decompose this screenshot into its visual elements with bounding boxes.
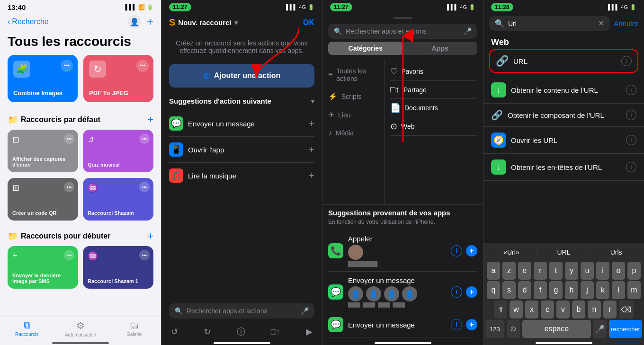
kb-sug-Urls[interactable]: Urls (590, 247, 642, 258)
tab-automatisation[interactable]: ⚙ Automatisation (54, 320, 107, 337)
suggestions-chevron-icon[interactable]: ▾ (311, 97, 314, 105)
kb-y[interactable]: y (565, 262, 578, 280)
kb-q[interactable]: q (487, 281, 500, 299)
kb-c[interactable]: c (541, 301, 554, 318)
shortcut-pdf-jpeg[interactable]: ↻ ••• PDF To JPEG (83, 55, 153, 102)
nav-toutes-actions[interactable]: ≡ Toutes les actions (322, 62, 384, 87)
kb-mic[interactable]: 🎤 (593, 320, 607, 338)
kb-x[interactable]: x (525, 301, 538, 318)
shazam1-menu[interactable]: ••• (139, 250, 150, 260)
result-url-highlighted[interactable]: 🔗 URL i (489, 49, 638, 73)
kb-u[interactable]: u (581, 262, 594, 280)
kb-o[interactable]: o (612, 262, 625, 280)
kb-k[interactable]: k (596, 281, 609, 299)
play-icon-p2[interactable]: ▶ (306, 327, 313, 337)
back-button-1[interactable]: ‹ Recherche (8, 18, 49, 26)
p3-search-bar[interactable]: 🔍 Rechercher apps et actions 🎤 (328, 24, 477, 39)
pdf-jpeg-menu[interactable]: ••• (136, 60, 149, 72)
shortcut-qr[interactable]: ⊞ ••• Créer un code QR (8, 178, 78, 221)
kb-s[interactable]: s (502, 281, 516, 299)
sms-menu[interactable]: ••• (64, 250, 74, 260)
get-content-info[interactable]: i (626, 85, 636, 95)
kb-b[interactable]: b (572, 301, 585, 318)
cat-documents[interactable]: 📄 Documents (390, 99, 477, 117)
kb-sug-URL[interactable]: URL (537, 247, 590, 258)
shortcut-shazam1[interactable]: ♒ ••• Raccourci Shazam 1 (83, 246, 153, 289)
kb-d[interactable]: d (518, 281, 531, 299)
shazam-menu[interactable]: ••• (139, 182, 150, 192)
p4-search-bar-inner[interactable]: 🔍 Url ✕ (489, 16, 610, 31)
result-get-component[interactable]: 🔗 Obtenir le composant de l'URL i (483, 104, 644, 127)
kb-f[interactable]: f (534, 281, 547, 299)
info-icon-p2[interactable]: ⓘ (237, 326, 245, 337)
kb-l[interactable]: l (612, 281, 625, 299)
kb-space[interactable]: espace (522, 320, 591, 338)
suggestion-musique[interactable]: 🎵 Lire la musique + (169, 163, 314, 188)
kb-delete[interactable]: ⌫ (619, 301, 634, 318)
kb-t[interactable]: t (549, 262, 563, 280)
kb-e[interactable]: e (518, 262, 531, 280)
kb-shift[interactable]: ⇧ (494, 301, 507, 318)
add-section-button-2[interactable]: + (147, 230, 153, 242)
suggestion-envoyer[interactable]: 💬 Envoyer un message + (169, 111, 314, 137)
cat-partage[interactable]: □↑ Partage (390, 81, 477, 99)
kb-m[interactable]: m (627, 281, 641, 299)
sug-appeler[interactable]: 📞 Appeler ████████ i + (328, 230, 477, 272)
add-shortcut-button[interactable]: + (147, 16, 153, 27)
sug-plus-btn-0[interactable]: + (466, 245, 477, 257)
get-component-info[interactable]: i (626, 110, 636, 120)
profile-icon[interactable]: 👤 (128, 15, 141, 28)
kb-j[interactable]: j (581, 281, 594, 299)
combine-images-menu[interactable]: ••• (61, 60, 73, 72)
cancel-button-4[interactable]: Annuler (614, 19, 638, 27)
cat-favoris[interactable]: ♡ Favoris (390, 62, 477, 81)
kb-a[interactable]: a (487, 262, 500, 280)
sug-whatsapp[interactable]: 💬 Envoyer un message 👤 👤 👤 👤 ███████████… (328, 272, 477, 312)
kb-g[interactable]: g (549, 281, 563, 299)
mic-icon-3[interactable]: 🎤 (464, 27, 472, 35)
kb-v[interactable]: v (556, 301, 570, 318)
result-get-headers[interactable]: ↓ Obtenir les en-têtes de l'URL i (483, 154, 644, 181)
kb-i[interactable]: i (596, 262, 609, 280)
shortcut-sms[interactable]: + ••• Envoyer la dernière image par SMS (8, 246, 78, 289)
cat-web[interactable]: ⊙ Web (390, 117, 477, 136)
kb-p[interactable]: p (627, 262, 641, 280)
suggestion-plus-2[interactable]: + (309, 170, 314, 181)
mic-icon-2[interactable]: 🎤 (301, 307, 309, 315)
sug-info-btn-2[interactable]: i (451, 319, 462, 330)
ok-button[interactable]: OK (303, 18, 314, 27)
shortcut-captures[interactable]: ⊡ ••• Afficher des captures d'écran (8, 130, 78, 172)
kb-search[interactable]: rechercher (609, 320, 642, 338)
kb-r[interactable]: r (534, 262, 547, 280)
result-open-url[interactable]: 🧭 Ouvrir les URL i (483, 127, 644, 154)
undo-icon[interactable]: ↺ (171, 327, 178, 337)
sug-plus-btn-2[interactable]: + (466, 319, 477, 330)
result-url-info[interactable]: i (621, 56, 632, 66)
suggestion-plus-0[interactable]: + (309, 118, 314, 129)
kb-r2[interactable]: r (603, 301, 617, 318)
kb-123[interactable]: 123 (485, 320, 504, 338)
suggestion-ouvrir[interactable]: 📱 Ouvrir l'app + (169, 137, 314, 163)
quiz-menu[interactable]: ••• (139, 133, 150, 144)
sug-plus-btn-1[interactable]: + (466, 286, 477, 298)
kb-z[interactable]: z (502, 262, 516, 280)
nav-lieu[interactable]: ✈ Lieu (322, 106, 384, 124)
get-headers-info[interactable]: i (626, 162, 636, 172)
nav-media[interactable]: ♪ Média (322, 124, 384, 142)
sug-info-btn-1[interactable]: i (451, 286, 462, 298)
kb-n[interactable]: n (588, 301, 601, 318)
tab-galerie[interactable]: 🗂 Galerie (107, 320, 161, 337)
kb-w[interactable]: w (510, 301, 523, 318)
redo-icon[interactable]: ↻ (204, 327, 211, 337)
chevron-down-icon[interactable]: ▾ (234, 19, 238, 27)
add-section-button-1[interactable]: + (147, 114, 153, 126)
open-url-info[interactable]: i (626, 135, 636, 145)
result-get-content[interactable]: ↓ Obtenir le contenu de l'URL i (483, 77, 644, 104)
tab-raccourcis[interactable]: ⧉ Raccourcis (0, 320, 54, 337)
segment-apps[interactable]: Apps (403, 42, 478, 55)
sug-info-btn-0[interactable]: i (451, 245, 462, 257)
p2-search-bar[interactable]: 🔍 Rechercher apps et actions 🎤 (169, 303, 314, 318)
qr-menu[interactable]: ••• (64, 182, 74, 192)
kb-h[interactable]: h (565, 281, 578, 299)
shortcut-combine-images[interactable]: 🧩 ••• Combine Images (8, 55, 78, 102)
